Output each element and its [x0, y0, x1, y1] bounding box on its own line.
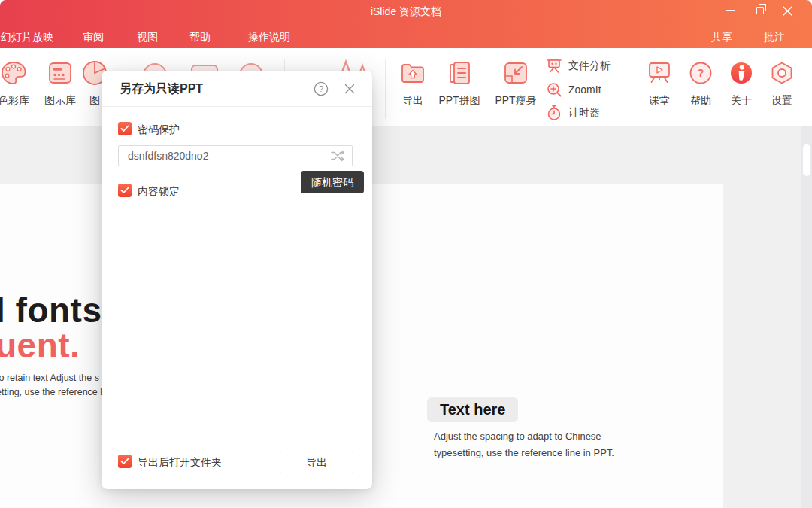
minimize-icon	[726, 10, 735, 11]
restore-button[interactable]	[749, 0, 771, 21]
slim-icon	[503, 61, 529, 85]
ribbon-help[interactable]: ? 帮助	[679, 59, 723, 108]
ribbon-item-label: 色彩库	[0, 94, 36, 108]
content-lock-label: 内容锁定	[138, 185, 180, 199]
menu-share[interactable]: 共享	[711, 31, 732, 44]
restore-icon	[756, 7, 764, 14]
slide-textbox-label[interactable]: Text here	[427, 397, 518, 422]
minimize-button[interactable]	[719, 0, 741, 21]
dialog-close-button[interactable]	[344, 83, 356, 95]
close-button[interactable]	[776, 0, 798, 21]
export-button[interactable]: 导出	[280, 452, 353, 473]
help-icon: ?	[314, 81, 329, 96]
dialog-title: 另存为只读PPT	[120, 71, 203, 107]
save-readonly-dialog: 另存为只读PPT ? 密码保护	[102, 71, 372, 489]
folder-export-icon	[400, 62, 426, 84]
slide-body-line2[interactable]: etting, use the reference l	[0, 387, 102, 397]
menu-slideshow[interactable]: 幻灯片放映	[1, 31, 53, 44]
settings-icon	[769, 61, 795, 85]
help-circle-icon: ?	[689, 61, 713, 85]
slide-caption-line2[interactable]: typesetting, use the reference line in P…	[434, 447, 614, 458]
stopwatch-icon	[546, 105, 562, 121]
slide-caption-line1[interactable]: Adjust the spacing to adapt to Chinese	[434, 430, 601, 442]
app-window: iSlide 资源文档 幻灯片放映 审阅 视图 帮助 操作说明 共享 批注	[0, 0, 812, 508]
vertical-scrollbar-track[interactable]	[801, 126, 812, 508]
ribbon-item-label: ZoomIt	[568, 84, 601, 96]
slide-heading-line2[interactable]: uent.	[0, 325, 80, 366]
ribbon-color-library[interactable]: 色彩库	[0, 59, 36, 108]
ribbon-item-label: 文件分析	[568, 59, 611, 73]
ribbon-settings[interactable]: 设置	[760, 59, 804, 108]
ribbon-zoomit[interactable]: ZoomIt	[546, 80, 601, 99]
menu-instructions[interactable]: 操作说明	[248, 31, 290, 44]
palette-icon	[0, 60, 27, 86]
check-icon	[120, 125, 129, 132]
collage-icon	[447, 61, 472, 85]
content-lock-checkbox[interactable]	[118, 184, 132, 197]
ribbon-timer[interactable]: 计时器	[546, 103, 600, 123]
dialog-header: 另存为只读PPT ?	[102, 71, 372, 107]
svg-text:?: ?	[698, 67, 704, 79]
ribbon-item-label: 计时器	[568, 106, 600, 120]
menu-review[interactable]: 审阅	[83, 31, 104, 44]
ribbon-item-label: PPT拼图	[433, 94, 486, 108]
menu-help[interactable]: 帮助	[189, 31, 211, 44]
password-input[interactable]	[118, 145, 353, 166]
check-icon	[120, 187, 129, 194]
random-password-tooltip: 随机密码	[301, 171, 364, 193]
ribbon-export[interactable]: 导出	[391, 59, 435, 108]
ribbon-classroom[interactable]: 课堂	[638, 59, 681, 108]
close-icon	[783, 6, 792, 16]
ribbon-ppt-collage[interactable]: PPT拼图	[433, 59, 486, 108]
ribbon-item-label: 关于	[720, 94, 763, 108]
open-folder-label: 导出后打开文件夹	[138, 456, 222, 470]
titlebar: iSlide 资源文档 幻灯片放映 审阅 视图 帮助 操作说明 共享 批注	[0, 0, 812, 48]
password-protect-label: 密码保护	[138, 123, 180, 137]
shuffle-password-icon[interactable]	[330, 150, 345, 165]
window-title: iSlide 资源文档	[0, 5, 812, 19]
menu-comments[interactable]: 批注	[764, 31, 785, 44]
menu-view[interactable]: 视图	[137, 31, 158, 44]
open-folder-checkbox[interactable]	[118, 455, 132, 468]
islide-logo-icon	[729, 61, 753, 85]
check-icon	[120, 458, 129, 465]
zoomit-icon	[546, 81, 562, 98]
close-icon	[344, 83, 356, 95]
ribbon-file-analysis[interactable]: 文件分析	[546, 56, 611, 76]
slide-body-line1[interactable]: to retain text Adjust the s	[0, 373, 99, 383]
ribbon-about[interactable]: 关于	[720, 59, 763, 108]
diagram-library-icon	[48, 62, 72, 84]
vertical-scrollbar-thumb[interactable]	[803, 144, 810, 176]
ribbon-item-label: 帮助	[679, 94, 723, 108]
ribbon-item-label: PPT瘦身	[489, 94, 543, 108]
ribbon-divider	[385, 59, 386, 119]
ribbon-item-label: 导出	[391, 94, 435, 108]
svg-text:?: ?	[319, 84, 323, 93]
file-analysis-icon	[546, 58, 562, 75]
dialog-help-button[interactable]: ?	[314, 81, 329, 96]
ribbon-ppt-slim[interactable]: PPT瘦身	[489, 59, 543, 108]
password-protect-checkbox[interactable]	[118, 122, 132, 135]
ribbon-item-label: 设置	[760, 94, 804, 108]
ribbon-item-label: 课堂	[638, 94, 681, 108]
classroom-icon	[647, 61, 672, 85]
